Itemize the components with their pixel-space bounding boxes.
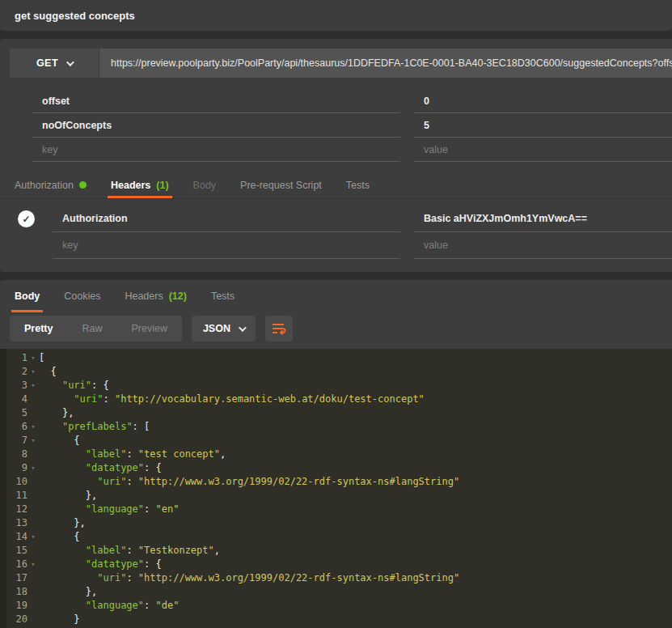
code-token: , [214,545,220,556]
tab-label: Headers [111,180,150,191]
line-number: 5 [0,406,27,420]
code-token: "uri" [97,476,126,487]
code-token: : [126,572,137,583]
code-fold-icon[interactable]: ▾ [27,434,39,448]
code-line: 1▾[ [0,351,672,365]
line-number: 13 [0,516,27,530]
tab-label: Authorization [15,180,74,191]
line-number: 20 [0,613,27,626]
code-fold-spacer [27,613,39,626]
checkbox-checked-icon[interactable]: ✓ [18,210,35,227]
tab-count-badge: (1) [156,180,168,191]
response-tab-headers[interactable]: Headers(12) [125,280,186,312]
code-fold-icon[interactable]: ▾ [27,530,39,544]
header-key-text: key [62,240,78,251]
line-number: 3 [0,379,27,392]
code-token: "prefLabels" [62,421,133,432]
line-number: 19 [0,599,27,613]
line-number: 7 [0,434,27,448]
code-token: "test concept" [138,448,220,460]
code-text: "datatype": { [39,461,672,475]
tab-label: Cookies [64,291,100,302]
param-value-field[interactable]: 5 [414,113,672,138]
code-fold-spacer [27,406,39,420]
code-line: 20 } [0,613,672,626]
request-tab-pre-request-script[interactable]: Pre-request Script [240,172,322,198]
url-text: https://preview.poolparty.biz/PoolParty/… [111,57,672,69]
param-value-text: 0 [424,95,429,107]
param-value-field[interactable]: value [414,138,672,162]
code-token: }, [86,586,97,597]
request-tab-authorization[interactable]: Authorization [15,172,87,198]
header-value-field[interactable]: value [414,232,672,259]
query-params-editor: offset0noOfConcepts5keyvalue [0,89,672,162]
code-fold-icon[interactable]: ▾ [27,461,39,475]
code-text: }, [39,489,672,503]
response-tab-cookies[interactable]: Cookies [64,280,100,312]
param-value-text: value [424,144,448,155]
tab-label: Headers [125,291,163,302]
line-number: 1 [0,351,27,365]
param-value-field[interactable]: 0 [414,89,672,113]
param-row: offset0 [0,89,672,113]
header-key-field[interactable]: key [53,232,400,259]
header-key-text: Authorization [62,213,128,224]
request-tab-body[interactable]: Body [193,172,217,198]
response-body-viewer[interactable]: 1▾[2▾ {3▾ "uri": {4 "uri": "http://vocab… [0,349,672,628]
word-wrap-icon [272,322,286,335]
response-tab-tests[interactable]: Tests [211,280,235,312]
code-fold-spacer [27,489,39,503]
code-line: 4 "uri": "http://vocabulary.semantic-web… [0,392,672,406]
param-key-field[interactable]: noOfConcepts [32,113,400,138]
code-fold-icon[interactable]: ▾ [27,558,39,571]
line-number: 12 [0,503,27,516]
code-text: "prefLabels": [ [39,420,672,434]
response-tab-body[interactable]: Body [15,280,40,312]
code-line: 7▾ { [0,434,672,448]
request-name: get suggested concepts [15,10,135,22]
code-line: 6▾ "prefLabels": [ [0,420,672,434]
header-checkbox-cell: ✓ [0,206,53,232]
view-mode-preview[interactable]: Preview [116,316,181,342]
code-line: 18 }, [0,585,672,599]
code-text: "uri": "http://www.w3.org/1999/02/22-rdf… [39,475,672,489]
code-token: : { [91,380,109,391]
header-key-field[interactable]: Authorization [53,206,400,232]
code-token: "uri" [62,380,91,391]
header-value-field[interactable]: Basic aHViZXJmOmh1YmVwcA== [414,206,672,232]
code-line: 17 "uri": "http://www.w3.org/1999/02/22-… [0,571,672,585]
url-row: GET https://preview.poolparty.biz/PoolPa… [10,49,672,78]
code-token: : { [144,558,162,570]
line-number: 6 [0,420,27,434]
param-row: noOfConcepts5 [0,113,672,138]
param-key-text: offset [42,95,70,107]
code-fold-icon[interactable]: ▾ [27,365,39,379]
code-text: "label": "test concept", [39,448,672,461]
code-line: 15 "label": "Testkonzept", [0,544,672,558]
line-number: 17 [0,571,27,585]
format-dropdown[interactable]: JSON [192,316,256,342]
code-fold-icon[interactable]: ▾ [27,379,39,392]
code-fold-icon[interactable]: ▾ [27,420,39,434]
request-tab-tests[interactable]: Tests [346,172,370,198]
header-value-text: value [424,240,448,251]
code-fold-spacer [27,599,39,613]
request-tab-headers[interactable]: Headers(1) [111,172,169,198]
url-input[interactable]: https://preview.poolparty.biz/PoolParty/… [99,49,672,78]
code-token: "datatype" [86,558,144,570]
view-mode-pretty[interactable]: Pretty [10,316,67,342]
code-token: : [126,545,137,556]
code-text: { [39,530,672,544]
http-method-dropdown[interactable]: GET [10,49,99,78]
wrap-text-button[interactable] [265,316,293,342]
code-token: "http://www.w3.org/1999/02/22-rdf-syntax… [138,476,459,487]
param-key-field[interactable]: key [32,138,400,162]
code-text: { [39,365,672,379]
tab-label: Pre-request Script [240,180,322,191]
view-mode-raw[interactable]: Raw [67,316,116,342]
param-key-field[interactable]: offset [32,89,400,113]
code-fold-icon[interactable]: ▾ [27,351,39,365]
code-line: 11 }, [0,489,672,503]
code-line: 14▾ { [0,530,672,544]
line-number: 10 [0,475,27,489]
